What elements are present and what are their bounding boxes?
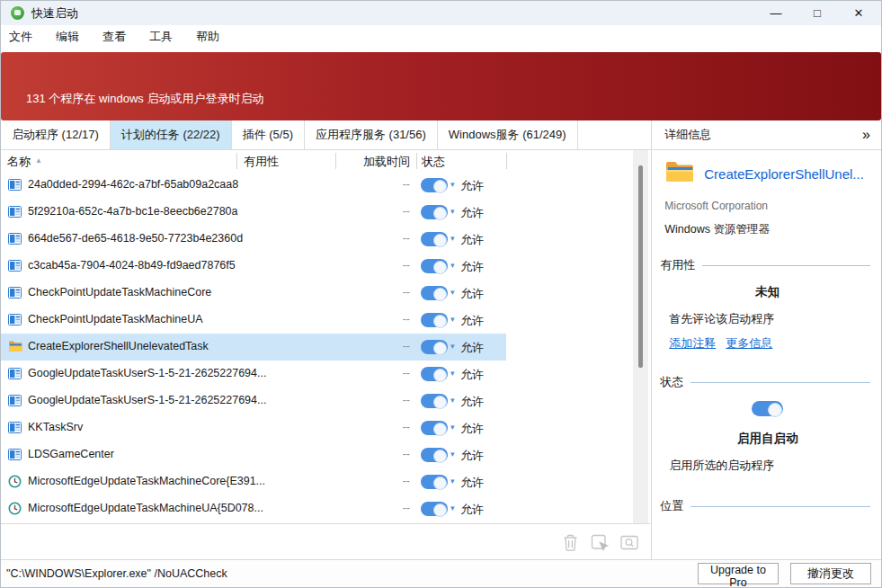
status-dropdown-icon[interactable]: ▾ xyxy=(450,503,455,512)
collapse-panel-icon[interactable]: » xyxy=(862,127,870,143)
load-time-value: -- xyxy=(335,421,410,433)
menu-bar: 文件编辑查看工具帮助 xyxy=(1,25,881,48)
task-icon xyxy=(8,394,22,408)
status-toggle[interactable] xyxy=(421,259,448,277)
status-dropdown-icon[interactable]: ▾ xyxy=(450,288,455,297)
task-name: c3cab45a-7904-4024-8b49-fd9aed7876f5 xyxy=(28,259,236,272)
menu-edit[interactable]: 编辑 xyxy=(55,29,90,45)
undo-changes-button[interactable]: 撤消更改 xyxy=(790,563,871,584)
app-window: 快速启动 — □ ✕ 文件编辑查看工具帮助 131 个程序在 windows 启… xyxy=(0,0,882,588)
table-row[interactable]: 664de567-de65-4618-9e50-7723b4e2360d--▾允… xyxy=(1,226,506,253)
open-location-icon[interactable] xyxy=(619,533,639,553)
column-name[interactable]: 名称 xyxy=(7,154,31,170)
tab-windows-services[interactable]: Windows服务 (61/249) xyxy=(438,120,578,149)
details-panel: 详细信息 » CreateExplorerShellUnel... xyxy=(652,120,881,561)
table-row[interactable]: 5f29210a-652c-4a7b-bc1e-8eecb6e2780a--▾允… xyxy=(1,199,506,226)
table-row[interactable]: KKTaskSrv--▾允许 xyxy=(1,414,506,441)
status-dropdown-icon[interactable]: ▾ xyxy=(450,342,455,351)
task-icon xyxy=(8,232,22,246)
table-row[interactable]: LDSGameCenter--▾允许 xyxy=(1,441,506,468)
task-table: 24a0dded-2994-462c-a7bf-65ab09a2caa8--▾允… xyxy=(1,172,651,522)
load-time-value: -- xyxy=(335,178,410,191)
status-dropdown-icon[interactable]: ▾ xyxy=(450,477,455,486)
run-entry-icon[interactable] xyxy=(590,533,610,553)
delete-entry-icon[interactable] xyxy=(560,533,580,553)
scrollbar-thumb[interactable] xyxy=(638,165,643,368)
status-dropdown-icon[interactable]: ▾ xyxy=(450,207,455,216)
details-title: 详细信息 xyxy=(664,127,711,143)
upgrade-to-pro-button[interactable]: Upgrade to Pro xyxy=(698,563,779,584)
table-row[interactable]: GoogleUpdateTaskUserS-1-5-21-2625227694.… xyxy=(1,361,506,388)
menu-file[interactable]: 文件 xyxy=(8,29,43,45)
column-status[interactable]: 状态 xyxy=(422,154,445,170)
window-title: 快速启动 xyxy=(31,5,78,22)
menu-tools[interactable]: 工具 xyxy=(148,29,183,45)
autostart-state-label: 启用自启动 xyxy=(664,431,870,447)
vendor-label: Microsoft Corporation xyxy=(664,200,870,212)
add-comment-link[interactable]: 添加注释 xyxy=(669,335,716,352)
tab-plugins[interactable]: 插件 (5/5) xyxy=(232,120,305,149)
usefulness-value: 未知 xyxy=(664,284,870,300)
location-section-header: 位置 xyxy=(660,498,870,514)
status-toggle[interactable] xyxy=(421,286,448,304)
vertical-scrollbar[interactable] xyxy=(633,150,648,523)
status-section-header: 状态 xyxy=(660,374,870,390)
status-dropdown-icon[interactable]: ▾ xyxy=(450,261,455,270)
column-load-time[interactable]: 加载时间 xyxy=(335,154,410,170)
table-row[interactable]: CreateExplorerShellUnelevatedTask--▾允许 xyxy=(1,334,506,361)
sort-asc-icon[interactable]: ▲ xyxy=(35,156,42,165)
status-dropdown-icon[interactable]: ▾ xyxy=(450,180,455,189)
table-header: 名称 ▲ 有用性 加载时间 状态 xyxy=(1,150,651,172)
status-toggle[interactable] xyxy=(421,394,448,412)
status-toggle[interactable] xyxy=(421,340,448,358)
status-label: 允许 xyxy=(460,259,484,275)
table-row[interactable]: CheckPointUpdateTaskMachineCore--▾允许 xyxy=(1,280,506,307)
column-usefulness[interactable]: 有用性 xyxy=(244,154,279,170)
table-row[interactable]: MicrosoftEdgeUpdateTaskMachineCore{E391.… xyxy=(1,468,506,495)
status-toggle[interactable] xyxy=(421,448,448,466)
autostart-toggle[interactable] xyxy=(752,401,783,416)
table-row[interactable]: MicrosoftEdgeUpdateTaskMachineUA{5D078..… xyxy=(1,495,506,522)
menu-help[interactable]: 帮助 xyxy=(195,29,230,45)
status-label: 允许 xyxy=(460,286,484,302)
status-toggle[interactable] xyxy=(421,367,448,385)
status-label: 允许 xyxy=(460,475,484,491)
status-toggle[interactable] xyxy=(421,205,448,223)
close-button[interactable]: ✕ xyxy=(838,1,879,25)
menu-view[interactable]: 查看 xyxy=(102,29,137,45)
status-dropdown-icon[interactable]: ▾ xyxy=(450,315,455,324)
table-row[interactable]: GoogleUpdateTaskUserS-1-5-21-2625227694.… xyxy=(1,388,506,414)
task-name: CreateExplorerShellUnelevatedTask xyxy=(28,340,209,352)
tab-app-services[interactable]: 应用程序服务 (31/56) xyxy=(305,120,438,149)
task-icon xyxy=(8,286,22,300)
status-toggle[interactable] xyxy=(421,178,448,196)
load-time-value: -- xyxy=(335,286,410,298)
task-icon xyxy=(8,367,22,381)
table-row[interactable]: c3cab45a-7904-4024-8b49-fd9aed7876f5--▾允… xyxy=(1,253,506,280)
status-label: 允许 xyxy=(460,394,484,410)
status-toggle[interactable] xyxy=(421,475,448,493)
maximize-button[interactable]: □ xyxy=(797,1,838,25)
load-time-value: -- xyxy=(335,205,410,218)
more-info-link[interactable]: 更多信息 xyxy=(726,335,772,352)
status-dropdown-icon[interactable]: ▾ xyxy=(450,369,455,378)
task-name: 24a0dded-2994-462c-a7bf-65ab09a2caa8 xyxy=(28,178,238,191)
details-panel-body: CreateExplorerShellUnel... Microsoft Cor… xyxy=(652,150,881,514)
table-row[interactable]: 24a0dded-2994-462c-a7bf-65ab09a2caa8--▾允… xyxy=(1,172,506,199)
autostart-hint: 启用所选的启动程序 xyxy=(664,458,870,474)
status-toggle[interactable] xyxy=(421,502,448,520)
status-toggle[interactable] xyxy=(421,313,448,331)
status-dropdown-icon[interactable]: ▾ xyxy=(450,423,455,432)
status-label: 允许 xyxy=(460,178,484,194)
table-row[interactable]: CheckPointUpdateTaskMachineUA--▾允许 xyxy=(1,307,506,334)
task-name: 664de567-de65-4618-9e50-7723b4e2360d xyxy=(28,232,243,245)
status-toggle[interactable] xyxy=(421,232,448,250)
tab-startup-programs[interactable]: 启动程序 (12/17) xyxy=(1,120,111,149)
minimize-button[interactable]: — xyxy=(755,1,797,25)
status-dropdown-icon[interactable]: ▾ xyxy=(450,450,455,459)
status-dropdown-icon[interactable]: ▾ xyxy=(450,234,455,243)
status-dropdown-icon[interactable]: ▾ xyxy=(450,396,455,405)
task-icon xyxy=(8,448,22,462)
tab-scheduled-tasks[interactable]: 计划的任务 (22/22) xyxy=(111,120,232,149)
status-toggle[interactable] xyxy=(421,421,448,439)
